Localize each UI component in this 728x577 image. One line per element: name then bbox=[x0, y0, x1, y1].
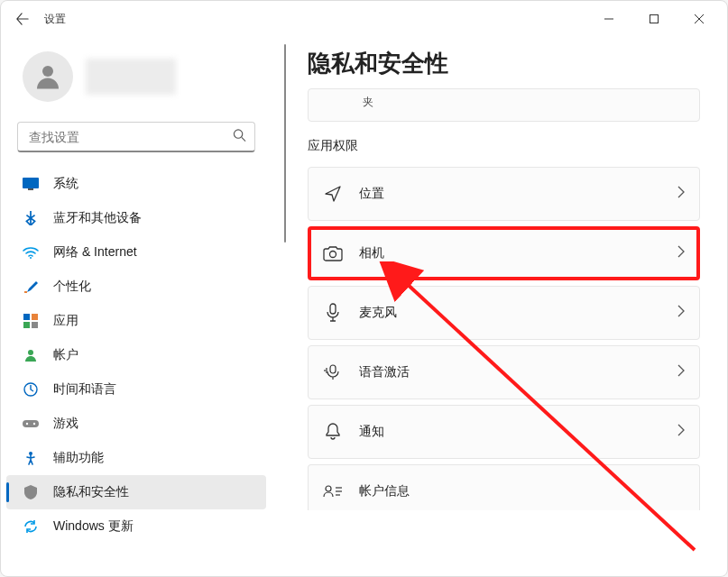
minimize-button[interactable] bbox=[588, 5, 630, 33]
bell-icon bbox=[323, 422, 343, 442]
svg-rect-8 bbox=[28, 188, 33, 190]
svg-point-15 bbox=[28, 350, 33, 355]
update-icon bbox=[23, 518, 39, 535]
sidebar-item-label: 隐私和安全性 bbox=[53, 484, 129, 500]
close-button[interactable] bbox=[678, 5, 720, 33]
permission-label: 相机 bbox=[359, 245, 384, 261]
svg-point-24 bbox=[326, 486, 331, 491]
sidebar-item-apps[interactable]: 应用 bbox=[1, 304, 272, 338]
sidebar-item-label: 网络 & Internet bbox=[53, 244, 137, 261]
sidebar-item-bluetooth[interactable]: 蓝牙和其他设备 bbox=[1, 201, 272, 235]
partial-card[interactable]: 夹 bbox=[308, 88, 700, 122]
sidebar-item-label: 个性化 bbox=[53, 279, 91, 295]
sidebar-item-system[interactable]: 系统 bbox=[1, 167, 272, 201]
svg-rect-23 bbox=[330, 365, 336, 373]
sidebar-item-network[interactable]: 网络 & Internet bbox=[1, 235, 272, 270]
svg-point-9 bbox=[30, 257, 32, 259]
svg-rect-7 bbox=[23, 178, 39, 188]
permission-item-camera[interactable]: 相机 bbox=[308, 226, 700, 280]
svg-point-18 bbox=[26, 423, 28, 425]
svg-rect-11 bbox=[23, 314, 30, 320]
page-title: 隐私和安全性 bbox=[308, 48, 700, 79]
gaming-icon bbox=[23, 416, 39, 432]
svg-line-6 bbox=[242, 137, 245, 141]
sidebar-item-label: 系统 bbox=[53, 176, 78, 192]
sidebar-item-time-language[interactable]: 时间和语言 bbox=[1, 372, 272, 407]
scroll-indicator[interactable] bbox=[284, 44, 286, 243]
svg-rect-1 bbox=[650, 15, 659, 23]
maximize-button[interactable] bbox=[633, 5, 675, 33]
clock-globe-icon bbox=[23, 381, 39, 398]
sidebar-item-label: 蓝牙和其他设备 bbox=[53, 210, 142, 226]
partial-card-text: 夹 bbox=[363, 96, 373, 108]
back-button[interactable] bbox=[8, 5, 37, 33]
sidebar-item-gaming[interactable]: 游戏 bbox=[1, 407, 272, 441]
sidebar-item-personalization[interactable]: 个性化 bbox=[1, 270, 272, 304]
microphone-icon bbox=[323, 303, 343, 323]
location-icon bbox=[323, 184, 343, 204]
system-icon bbox=[23, 176, 39, 192]
svg-rect-17 bbox=[23, 420, 39, 427]
sidebar-item-label: 帐户 bbox=[53, 347, 78, 363]
chevron-right-icon bbox=[677, 305, 685, 321]
close-icon bbox=[695, 14, 704, 23]
sidebar: 系统 蓝牙和其他设备 网络 & Internet 个性化 应用 bbox=[1, 37, 272, 576]
accessibility-icon bbox=[23, 450, 39, 466]
sidebar-item-label: 时间和语言 bbox=[53, 381, 116, 398]
profile-name-blurred bbox=[86, 59, 176, 95]
permission-item-account-info[interactable]: 帐户信息 bbox=[308, 464, 700, 510]
search-input[interactable] bbox=[17, 122, 255, 152]
paintbrush-icon bbox=[23, 279, 39, 295]
svg-rect-13 bbox=[23, 322, 30, 328]
nav-list: 系统 蓝牙和其他设备 网络 & Internet 个性化 应用 bbox=[1, 167, 272, 544]
account-icon bbox=[23, 347, 39, 363]
permission-label: 位置 bbox=[359, 186, 384, 202]
back-arrow-icon bbox=[16, 13, 29, 25]
permission-label: 语音激活 bbox=[359, 364, 410, 380]
sidebar-item-accessibility[interactable]: 辅助功能 bbox=[1, 441, 272, 475]
permission-item-location[interactable]: 位置 bbox=[308, 167, 700, 221]
camera-icon bbox=[323, 243, 343, 263]
sidebar-item-accounts[interactable]: 帐户 bbox=[1, 338, 272, 372]
svg-point-19 bbox=[33, 423, 35, 425]
section-label: 应用权限 bbox=[308, 138, 700, 154]
svg-point-5 bbox=[234, 130, 242, 138]
sidebar-item-label: Windows 更新 bbox=[53, 518, 134, 535]
permission-item-microphone[interactable]: 麦克风 bbox=[308, 286, 700, 340]
sidebar-item-privacy[interactable]: 隐私和安全性 bbox=[6, 475, 266, 509]
voice-activation-icon bbox=[323, 362, 343, 382]
settings-window: 设置 系统 bbox=[0, 0, 728, 577]
sidebar-item-label: 应用 bbox=[53, 313, 78, 329]
search-container bbox=[17, 122, 255, 152]
permission-label: 帐户信息 bbox=[359, 483, 410, 499]
window-title: 设置 bbox=[44, 12, 66, 27]
permission-item-voice-activation[interactable]: 语音激活 bbox=[308, 345, 700, 399]
svg-rect-22 bbox=[330, 304, 336, 314]
titlebar: 设置 bbox=[1, 1, 727, 37]
search-icon bbox=[233, 129, 246, 146]
content: 系统 蓝牙和其他设备 网络 & Internet 个性化 应用 bbox=[1, 37, 727, 576]
chevron-right-icon bbox=[677, 245, 685, 261]
permission-label: 麦克风 bbox=[359, 305, 397, 321]
person-icon bbox=[32, 60, 64, 93]
shield-icon bbox=[23, 484, 39, 500]
permission-label: 通知 bbox=[359, 424, 384, 440]
sidebar-item-label: 辅助功能 bbox=[53, 450, 104, 466]
window-controls bbox=[588, 5, 720, 33]
account-info-icon bbox=[323, 481, 343, 501]
permission-item-notifications[interactable]: 通知 bbox=[308, 405, 700, 459]
svg-point-4 bbox=[42, 66, 53, 77]
svg-rect-10 bbox=[24, 291, 27, 293]
profile-area[interactable] bbox=[1, 44, 272, 116]
sidebar-item-label: 游戏 bbox=[53, 416, 78, 432]
chevron-right-icon bbox=[677, 424, 685, 440]
sidebar-item-windows-update[interactable]: Windows 更新 bbox=[1, 509, 272, 544]
minimize-icon bbox=[604, 14, 613, 23]
svg-rect-14 bbox=[32, 322, 38, 328]
maximize-icon bbox=[650, 14, 659, 23]
svg-point-21 bbox=[330, 252, 336, 258]
wifi-icon bbox=[23, 244, 39, 261]
chevron-right-icon bbox=[677, 186, 685, 202]
apps-icon bbox=[23, 313, 39, 329]
svg-rect-12 bbox=[32, 314, 38, 320]
